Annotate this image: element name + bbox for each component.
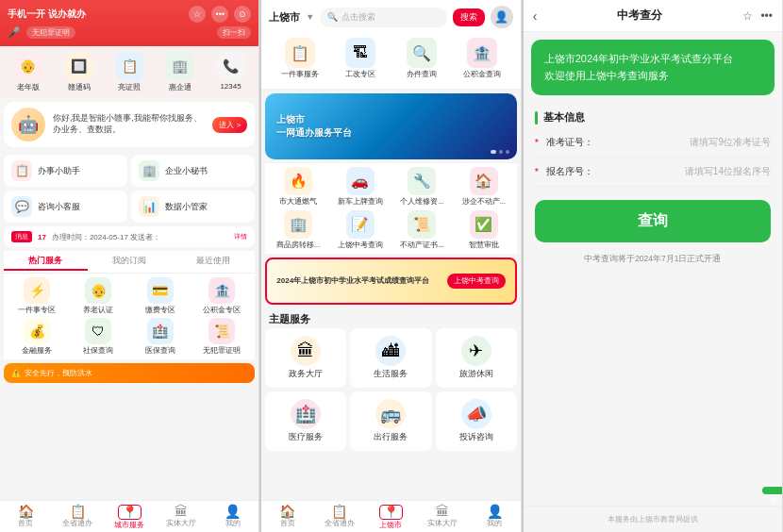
p2-city-svc-housing-icon: 🏢 bbox=[284, 210, 312, 239]
p2-city-svc-car[interactable]: 🚗 新车上牌查询 bbox=[331, 167, 390, 207]
quick-huiqitong[interactable]: 🏢 惠企通 bbox=[156, 52, 205, 92]
scan-icon[interactable]: ⊙ bbox=[234, 6, 251, 23]
tab-recent[interactable]: 最近使用 bbox=[172, 255, 256, 271]
p2-theme-travel[interactable]: ✈ 旅游休闲 bbox=[436, 328, 517, 388]
hot-yijianshi[interactable]: ⚡ 一件事专区 bbox=[8, 277, 66, 315]
quick-liangzheng-icon: 📋 bbox=[115, 52, 143, 80]
p2-chevron-icon: ▼ bbox=[306, 12, 314, 22]
msg-link[interactable]: 详情 bbox=[234, 232, 247, 241]
p2-city-svc-exam[interactable]: 📝 上饶中考查询 bbox=[331, 210, 390, 250]
p2-city-svc-property[interactable]: 🏠 涉企不动产... bbox=[455, 167, 513, 207]
service-assistant[interactable]: 📋 办事小助手 bbox=[4, 155, 127, 187]
star-icon[interactable]: ☆ bbox=[189, 6, 206, 23]
msg-text: 办理时间：2024-05-17 发送者： bbox=[52, 232, 160, 242]
hot-jiaofei-label: 缴费专区 bbox=[145, 306, 175, 315]
hot-jinrong[interactable]: 💰 金融服务 bbox=[8, 318, 66, 356]
hot-yanglao[interactable]: 👴 养老认证 bbox=[69, 277, 127, 315]
p2-svc-gonggai[interactable]: 🏗 工改专区 bbox=[330, 34, 392, 83]
p1-title: 手机一开 说办就办 bbox=[8, 8, 86, 21]
p2-nav-hall[interactable]: 🏛 实体大厅 bbox=[417, 505, 469, 530]
tab-my-orders[interactable]: 我的订阅 bbox=[88, 255, 172, 271]
p2-city-services: 🔥 市大通燃气 🚗 新车上牌查询 🔧 个人维修资... 🏠 涉企不动产... 🏢… bbox=[265, 163, 516, 254]
hot-wufanzui[interactable]: 📜 无犯罪证明 bbox=[192, 318, 251, 356]
p2-city-svc-cert[interactable]: 📜 不动产证书... bbox=[392, 210, 451, 250]
p2-theme-complaint[interactable]: 📣 投诉咨询 bbox=[436, 391, 517, 451]
hot-gongjijin[interactable]: 🏦 公积金专区 bbox=[192, 277, 251, 315]
p2-city-svc-housing[interactable]: 🏢 商品房转移... bbox=[269, 210, 327, 250]
service-data-label: 数据小管家 bbox=[165, 201, 208, 213]
p2-city-svc-smart-icon: ✅ bbox=[470, 210, 498, 239]
p2-top-services: 📋 一件事服务 🏗 工改专区 🔍 办件查询 🏦 公积金查询 bbox=[269, 34, 512, 83]
p2-city-svc-smart[interactable]: ✅ 智慧审批 bbox=[455, 210, 513, 250]
p2-theme-transport[interactable]: 🚌 出行服务 bbox=[350, 391, 431, 451]
p2-theme-life[interactable]: 🏙 生活服务 bbox=[350, 328, 431, 388]
input-bmxh[interactable]: 请填写14位报名序号 bbox=[601, 165, 771, 178]
p2-nav-mine-icon: 👤 bbox=[487, 505, 503, 518]
p2-city-svc-repair[interactable]: 🔧 个人维修资... bbox=[392, 167, 451, 207]
p1-safe-banner: ⚠️ 安全先行，预防洪水 bbox=[4, 363, 255, 383]
p1-nav-home[interactable]: 🏠 首页 bbox=[0, 505, 52, 530]
quick-12345-label: 12345 bbox=[220, 82, 241, 91]
p3-query-button[interactable]: 查询 bbox=[535, 200, 771, 242]
hot-shebao[interactable]: 🛡 社保查询 bbox=[69, 318, 127, 356]
p1-nav-city-icon: 📍 bbox=[118, 505, 142, 520]
p2-theme-medical[interactable]: 🏥 医疗服务 bbox=[265, 391, 346, 451]
p2-nav-mine[interactable]: 👤 我的 bbox=[469, 505, 521, 530]
p3-star-icon[interactable]: ☆ bbox=[742, 9, 753, 23]
p2-theme-zhengwu[interactable]: 🏛 政务大厅 bbox=[265, 328, 346, 388]
p2-nav-all[interactable]: 📋 全省通办 bbox=[313, 505, 365, 530]
p2-banner-btn[interactable]: 上饶中考查询 bbox=[447, 274, 506, 289]
quick-gantongma[interactable]: 🔲 赣通码 bbox=[55, 52, 104, 92]
p1-nav-all[interactable]: 📋 全省通办 bbox=[52, 505, 104, 530]
p2-search-btn[interactable]: 搜索 bbox=[453, 8, 485, 26]
p2-svc-banjianchaxun-label: 办件查询 bbox=[407, 70, 437, 79]
p2-theme-zhengwu-icon: 🏛 bbox=[291, 336, 321, 366]
p2-search-bar[interactable]: 🔍 点击搜索 bbox=[320, 8, 446, 27]
p3-feedback-btn[interactable]: 评价 bbox=[762, 487, 782, 494]
scan-label: 扫一扫 bbox=[217, 26, 251, 39]
quick-liangzheng[interactable]: 📋 亮证照 bbox=[105, 52, 154, 92]
service-data-icon: 📊 bbox=[139, 196, 159, 217]
tab-hot-services[interactable]: 热门服务 bbox=[4, 255, 88, 271]
p2-exam-banner[interactable]: 2024年上饶市初中学业水平考试成绩查询平台 上饶中考查询 bbox=[265, 258, 516, 305]
p1-nav-city[interactable]: 📍 城市服务 bbox=[104, 505, 156, 530]
hot-shebao-icon: 🛡 bbox=[85, 318, 111, 344]
panel3-phone: ‹ 中考查分 ☆ ••• 上饶市2024年初中学业水平考试查分平台 欢迎使用上饶… bbox=[524, 0, 783, 532]
p1-nav-mine[interactable]: 👤 我的 bbox=[207, 505, 258, 530]
quick-huiqitong-icon: 🏢 bbox=[166, 52, 194, 80]
p3-more-icon[interactable]: ••• bbox=[760, 9, 773, 23]
p2-svc-banjianchaxun[interactable]: 🔍 办件查询 bbox=[391, 34, 452, 83]
p2-svc-banjianchaxun-icon: 🔍 bbox=[407, 38, 437, 68]
safe-banner-icon: ⚠️ bbox=[11, 369, 21, 377]
quick-huiqitong-label: 惠企通 bbox=[169, 82, 192, 92]
service-secretary[interactable]: 🏢 企业小秘书 bbox=[131, 155, 255, 187]
back-icon[interactable]: ‹ bbox=[533, 8, 538, 24]
p2-nav-city-icon: 📍 bbox=[379, 505, 403, 520]
p2-svc-yijianshi-icon: 📋 bbox=[285, 38, 315, 68]
p2-nav-home-icon: 🏠 bbox=[279, 505, 295, 518]
p1-nav-hall[interactable]: 🏛 实体大厅 bbox=[156, 505, 208, 530]
p2-theme-complaint-icon: 📣 bbox=[461, 399, 491, 429]
p1-header: 手机一开 说办就办 ☆ ••• ⊙ 🎤 无犯罪证明 扫一扫 bbox=[0, 0, 258, 46]
p3-section-title: 基本信息 bbox=[524, 103, 782, 128]
service-data[interactable]: 📊 数据小管家 bbox=[131, 191, 255, 223]
more-icon[interactable]: ••• bbox=[211, 6, 228, 23]
quick-12345[interactable]: 📞 12345 bbox=[207, 52, 256, 92]
service-consult[interactable]: 💬 咨询小客服 bbox=[4, 191, 127, 223]
input-zkzh[interactable]: 请填写9位准考证号 bbox=[601, 136, 771, 149]
p2-avatar[interactable]: 👤 bbox=[491, 6, 513, 28]
p2-city-svc-gas[interactable]: 🔥 市大通燃气 bbox=[269, 167, 327, 207]
p2-theme-medical-label: 医疗服务 bbox=[289, 432, 323, 443]
assistant-go-btn[interactable]: 进入 > bbox=[212, 117, 247, 133]
quick-laonianban[interactable]: 👴 老年版 bbox=[4, 52, 53, 92]
hot-jiaofei[interactable]: 💳 缴费专区 bbox=[131, 277, 190, 315]
star-icon-zkzh: * bbox=[535, 137, 539, 148]
p2-svc-yijianshi[interactable]: 📋 一件事服务 bbox=[269, 34, 330, 83]
p2-nav-home[interactable]: 🏠 首页 bbox=[261, 505, 313, 530]
p2-nav-city[interactable]: 📍 上饶市 bbox=[365, 505, 417, 530]
p2-svc-gongjijin[interactable]: 🏦 公积金查询 bbox=[452, 34, 513, 83]
mic-icon[interactable]: 🎤 bbox=[8, 26, 21, 39]
quick-laonianban-icon: 👴 bbox=[14, 52, 42, 80]
p2-city-svc-car-label: 新车上牌查询 bbox=[338, 197, 383, 207]
hot-yibao[interactable]: 🏥 医保查询 bbox=[131, 318, 190, 356]
